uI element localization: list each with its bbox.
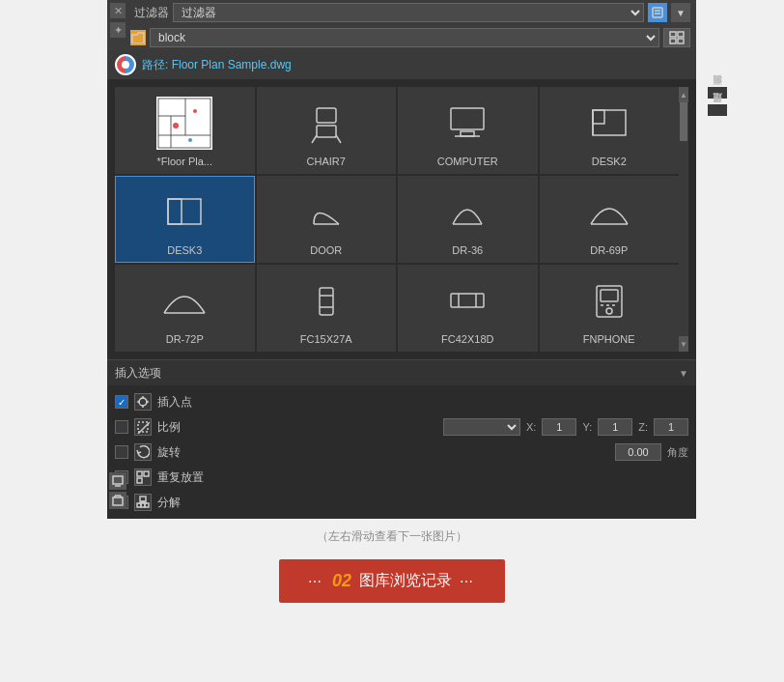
insert-options-header[interactable]: 插入选项 ▼ — [107, 360, 696, 385]
rotate-checkbox[interactable] — [115, 445, 128, 459]
block-item-dr69p[interactable]: DR-69P — [540, 176, 680, 263]
block-label-floor-plan: *Floor Pla... — [157, 156, 212, 167]
repeat-row: 重复放置 — [115, 467, 688, 488]
filter-toolbar: 过滤器 过滤器 ▼ — [107, 0, 696, 25]
block-item-chair7[interactable]: CHAIR7 — [257, 87, 397, 174]
svg-rect-38 — [601, 290, 618, 301]
svg-rect-51 — [144, 471, 149, 476]
insert-options-body: 插入点 比例 — [107, 385, 696, 519]
svg-point-12 — [173, 123, 179, 128]
floor-thumb — [156, 97, 212, 150]
scale-y-input[interactable] — [598, 418, 632, 436]
right-side-panel: 当前面板 最近使用 — [708, 87, 727, 116]
block-label-dr69p: DR-69P — [590, 244, 628, 256]
scrollbar[interactable]: ▲ ▼ — [679, 87, 688, 352]
filter-dropdown[interactable]: 过滤器 — [173, 3, 644, 22]
block-item-computer[interactable]: COMPUTER — [398, 87, 538, 174]
filter-label: 过滤器 — [134, 5, 169, 21]
folder-icon — [130, 30, 146, 45]
rotate-label: 旋转 — [157, 444, 609, 461]
svg-point-13 — [193, 109, 197, 113]
recent-use-label[interactable]: 最近使用 — [708, 104, 727, 116]
btn-dots-right: ⋯ — [460, 574, 476, 589]
svg-rect-48 — [138, 422, 148, 432]
block-label-desk3: DESK3 — [167, 244, 202, 256]
block-preview-desk2 — [580, 94, 638, 152]
filter-icon-btn[interactable] — [648, 3, 667, 22]
svg-rect-25 — [168, 199, 201, 224]
btn-label: 图库浏览记录 — [359, 571, 452, 591]
svg-rect-3 — [670, 32, 676, 37]
gallery-browse-button[interactable]: ⋯ 02 图库浏览记录 ⋯ — [279, 559, 505, 603]
more-options-btn[interactable]: ▼ — [671, 3, 690, 22]
y-label: Y: — [582, 421, 592, 433]
svg-rect-50 — [137, 471, 142, 476]
bottom-left-icon-2[interactable] — [109, 492, 126, 509]
hint-text: （左右滑动查看下一张图片） — [317, 528, 467, 545]
block-item-fc42x18d[interactable]: FC42X18D — [398, 265, 538, 352]
decompose-icon — [134, 494, 152, 511]
svg-rect-7 — [158, 99, 210, 148]
block-label-fnphone: FNPHONE — [583, 333, 635, 345]
decompose-label: 分解 — [157, 495, 688, 511]
block-row: block — [107, 25, 696, 50]
block-label-desk2: DESK2 — [592, 156, 627, 167]
svg-rect-5 — [670, 39, 676, 43]
svg-rect-31 — [320, 288, 333, 315]
block-preview-dr72p — [155, 271, 213, 329]
svg-point-43 — [139, 398, 147, 406]
scroll-track[interactable] — [679, 102, 688, 336]
insert-options-title: 插入选项 — [115, 365, 161, 382]
rotate-unit-label: 角度 — [667, 445, 688, 460]
btn-number: 02 — [332, 571, 351, 591]
rotate-value-input[interactable] — [615, 443, 661, 461]
svg-rect-62 — [113, 497, 123, 505]
view-btn[interactable] — [663, 28, 690, 47]
block-item-fc15x27a[interactable]: FC15X27A — [257, 265, 397, 352]
scale-z-input[interactable] — [654, 418, 688, 436]
scale-checkbox[interactable] — [115, 420, 128, 434]
block-label-chair7: CHAIR7 — [307, 156, 346, 167]
block-label-dr36: DR-36 — [452, 244, 483, 256]
block-item-dr72p[interactable]: DR-72P — [115, 265, 255, 352]
decompose-row: 分解 — [115, 492, 688, 513]
block-preview-floor-plan — [155, 94, 213, 152]
x-label: X: — [526, 421, 536, 433]
block-item-desk3[interactable]: DESK3 — [115, 176, 255, 263]
svg-line-17 — [312, 135, 317, 143]
svg-rect-16 — [317, 126, 336, 137]
svg-rect-34 — [451, 294, 484, 307]
path-icon — [115, 54, 136, 75]
svg-line-18 — [336, 135, 341, 143]
svg-rect-4 — [678, 32, 684, 37]
scale-dropdown[interactable] — [443, 418, 520, 436]
settings-icon[interactable]: ✦ — [110, 22, 126, 38]
block-preview-desk3 — [155, 183, 213, 241]
block-label-fc15x27a: FC15X27A — [300, 333, 352, 345]
block-label-door: DOOR — [310, 244, 342, 256]
svg-rect-15 — [317, 108, 336, 123]
block-item-desk2[interactable]: DESK2 — [540, 87, 680, 174]
bottom-left-icon-1[interactable] — [109, 472, 126, 490]
btn-dots-left: ⋯ — [308, 574, 324, 589]
close-icon[interactable]: ✕ — [110, 3, 126, 18]
svg-rect-53 — [140, 497, 146, 501]
insert-point-icon — [134, 393, 152, 411]
scroll-thumb[interactable] — [680, 102, 687, 141]
grid-scroll[interactable]: *Floor Pla... — [115, 87, 679, 352]
svg-rect-22 — [593, 110, 626, 135]
scroll-up-btn[interactable]: ▲ — [679, 87, 688, 102]
block-dropdown[interactable]: block — [150, 28, 659, 47]
block-label-fc42x18d: FC42X18D — [441, 333, 493, 345]
z-label: Z: — [638, 421, 648, 433]
current-panel-label[interactable]: 当前面板 — [708, 87, 727, 99]
block-item-fnphone[interactable]: FNPHONE — [540, 265, 680, 352]
insert-point-checkbox[interactable] — [115, 395, 128, 409]
scale-x-input[interactable] — [542, 418, 576, 436]
scroll-down-btn[interactable]: ▼ — [679, 336, 688, 352]
block-item-door[interactable]: DOOR — [257, 176, 397, 263]
block-item-dr36[interactable]: DR-36 — [398, 176, 538, 263]
scale-row: 比例 X: Y: Z: — [115, 416, 688, 438]
block-item-floor-plan[interactable]: *Floor Pla... — [115, 87, 255, 174]
block-preview-door — [297, 183, 355, 241]
